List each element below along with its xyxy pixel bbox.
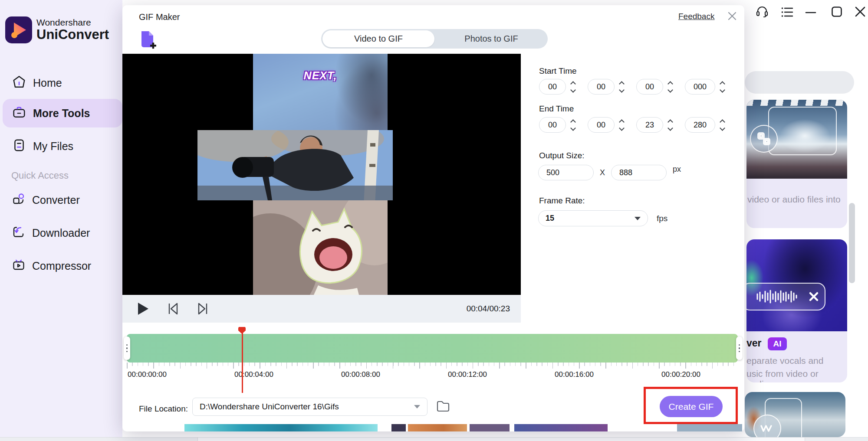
end-seconds-stepper[interactable] [665,117,675,133]
sidebar-item-label: Home [33,77,62,89]
file-location-value: D:\Wondershare UniConverter 16\Gifs [200,402,414,412]
ai-badge: AI [768,337,787,350]
sidebar-item-converter[interactable]: Converter [0,186,122,214]
vocal-card-desc2: usic from video or audio... [746,366,847,382]
end-millis-stepper[interactable] [717,117,727,133]
convert-badge-icon [750,125,778,153]
start-hours-field[interactable]: 00 [539,79,566,95]
converter-card-image [746,100,847,179]
play-button[interactable] [138,303,148,315]
converter-tool-card[interactable]: video or audio files into [746,100,847,228]
waveform-pill [746,283,825,310]
quick-access-label: Quick Access [11,170,69,181]
timeline-right-trim-handle[interactable] [736,336,743,360]
preview-overlay-text: NEXT, [253,69,388,82]
converter-card-description: video or audio files into [746,179,847,205]
output-size-row: 500 X 888 px [538,165,681,180]
card-frame [768,107,837,155]
output-width-field[interactable]: 500 [538,165,594,180]
playhead-marker[interactable] [238,327,246,334]
playhead-line[interactable] [242,332,243,393]
converter-icon [12,193,25,207]
watermark-card-image [745,392,845,437]
end-hours-stepper[interactable] [568,117,578,133]
task-list-icon[interactable] [780,5,794,19]
taskbar-strip [0,437,868,441]
next-frame-button[interactable] [195,302,210,316]
scrollbar-thumb[interactable] [849,203,855,283]
start-millis-stepper[interactable] [717,79,727,95]
sidebar-item-compressor[interactable]: Compressor [0,252,122,280]
sidebar: Wondershare UniConvert Home More Tools [0,0,122,437]
uniconverter-logo-icon [5,16,32,43]
preview-frame-bottom [253,200,388,295]
video-thumbnail-strip [408,424,467,431]
previous-frame-button[interactable] [166,302,181,316]
start-millis-field[interactable]: 000 [685,79,715,95]
start-seconds-stepper[interactable] [665,79,675,95]
start-minutes-field[interactable]: 00 [588,79,615,95]
sidebar-item-label: Downloader [32,227,90,239]
home-icon [12,75,26,91]
close-icon[interactable] [853,5,867,19]
start-seconds-field[interactable]: 00 [636,79,663,95]
sidebar-item-downloader[interactable]: Downloader [0,219,122,247]
remove-vocal-x-icon [808,291,819,302]
end-millis-field[interactable]: 280 [685,117,715,133]
brand-line2: UniConvert [36,27,109,42]
end-seconds-field[interactable]: 23 [636,117,663,133]
sidebar-item-label: My Files [33,140,73,153]
minimize-icon[interactable] [804,5,818,19]
vocal-card-desc1: eparate vocals and [746,350,847,366]
compressor-icon [12,258,25,273]
waveform-icon [756,288,808,305]
end-hours-field[interactable]: 00 [539,117,566,133]
file-icon [12,138,26,154]
end-minutes-stepper[interactable] [616,117,627,133]
tab-photos-to-gif[interactable]: Photos to GIF [435,29,548,49]
playback-time: 00:04/00:23 [467,304,510,314]
end-time-row: 00 00 23 280 [539,117,727,133]
timeline-tick-label: 00:00:04:00 [219,370,289,379]
video-thumbnail-strip [184,424,378,431]
dialog-title: GIF Maker [139,12,180,22]
feedback-link[interactable]: Feedback [678,12,714,21]
size-x-separator: X [600,168,605,177]
sidebar-item-more-tools[interactable]: More Tools [3,99,122,127]
chevron-down-icon [414,405,420,408]
maximize-icon[interactable] [830,5,844,19]
fps-unit-label: fps [657,214,667,223]
sidebar-item-home[interactable]: Home [0,69,122,97]
frame-rate-dropdown[interactable]: 15 [538,210,648,226]
sidebar-item-my-files[interactable]: My Files [0,132,122,160]
start-time-row: 00 00 00 000 [539,79,727,95]
start-time-label: Start Time [539,66,577,76]
search-bar[interactable] [745,71,854,94]
timeline-ruler [127,363,738,369]
video-thumbnail-strip [470,424,510,431]
start-hours-stepper[interactable] [568,79,578,95]
output-height-field[interactable]: 888 [611,165,667,180]
timeline-tick-label: 00:00:16:00 [539,370,609,379]
headset-icon[interactable] [755,4,769,18]
timeline-left-trim-handle[interactable] [124,336,130,360]
end-minutes-field[interactable]: 00 [588,117,615,133]
add-file-button[interactable] [138,29,157,50]
vocal-remover-tool-card[interactable]: ver AI eparate vocals and usic from vide… [746,239,847,382]
create-gif-button[interactable]: Create GIF [660,396,723,417]
preview-frame-top: NEXT, [253,54,388,130]
start-minutes-stepper[interactable] [616,79,627,95]
file-location-dropdown[interactable]: D:\Wondershare UniConverter 16\Gifs [192,398,427,416]
end-time-label: End Time [539,104,574,114]
dialog-close-icon[interactable] [726,10,739,23]
tab-video-to-gif[interactable]: Video to GIF [322,30,434,47]
vocal-card-title: ver [746,337,762,349]
timeline-clip-bar[interactable] [127,334,738,363]
watermark-tool-card[interactable] [745,392,845,437]
brand-line1: Wondershare [36,17,91,28]
video-preview: NEXT, [122,54,521,295]
toolbox-icon [12,105,26,121]
px-unit-label: px [673,165,681,174]
sidebar-item-label: Compressor [32,260,91,272]
browse-folder-icon[interactable] [436,400,450,415]
